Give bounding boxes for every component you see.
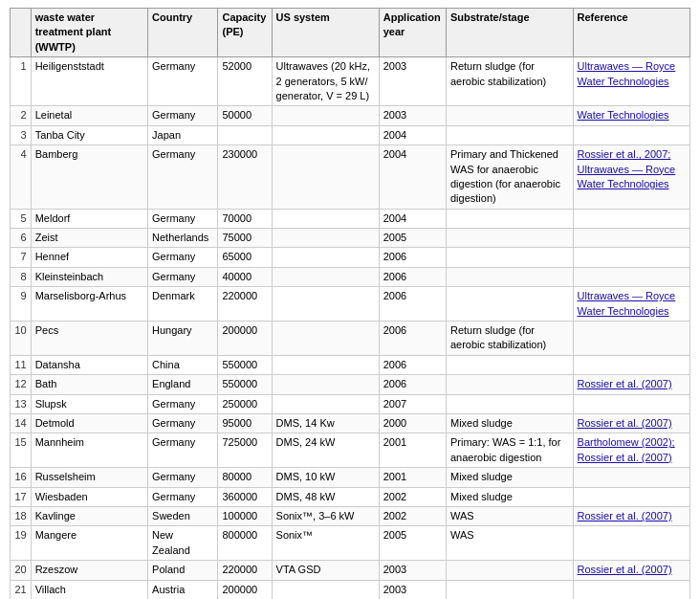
- capacity: 220000: [218, 287, 272, 322]
- app-year: 2000: [379, 413, 446, 433]
- wwtp-name: Kleinsteinbach: [31, 267, 147, 286]
- wwtp-name: Kavlinge: [31, 506, 147, 525]
- table-row: 11DatanshaChina5500002006: [11, 355, 690, 374]
- row-number: 19: [11, 526, 32, 561]
- capacity: 52000: [218, 57, 272, 106]
- us-system: DMS, 14 Kw: [272, 413, 379, 433]
- row-number: 12: [11, 375, 32, 394]
- app-year: 2002: [379, 487, 446, 506]
- capacity: 50000: [218, 106, 272, 125]
- capacity: 100000: [218, 506, 272, 525]
- us-system: Ultrawaves (20 kHz, 2 generators, 5 kW/ …: [272, 57, 379, 106]
- capacity: 65000: [218, 248, 272, 267]
- reference: Rossier et al. (2007): [573, 561, 689, 580]
- us-system: Sonix™, 3–6 kW: [272, 506, 379, 525]
- substrate: WAS: [446, 506, 573, 525]
- reference: [573, 355, 689, 374]
- substrate: [446, 580, 573, 599]
- table-row: 10PecsHungary2000002006Return sludge (fo…: [11, 322, 690, 356]
- us-system: [272, 287, 379, 322]
- substrate: Return sludge (for aerobic stabilization…: [446, 57, 573, 106]
- app-year: 2006: [379, 248, 446, 267]
- country: Germany: [148, 209, 218, 228]
- table-container: waste water treatment plant (WWTP) Count…: [0, 0, 700, 599]
- col-header-us-system: US system: [272, 9, 379, 57]
- capacity: 80000: [218, 468, 272, 487]
- us-system: [272, 248, 379, 267]
- wwtp-name: Villach: [31, 580, 147, 599]
- reference: [573, 394, 689, 413]
- app-year: 2002: [379, 506, 446, 525]
- row-number: 13: [11, 394, 32, 413]
- reference: [573, 487, 689, 506]
- reference: Rossier et al., 2007; Ultrawaves — Royce…: [573, 145, 689, 210]
- us-system: [272, 322, 379, 356]
- reference: Rossier et al. (2007): [573, 413, 689, 433]
- reference: [573, 580, 689, 599]
- wwtp-name: Leinetal: [31, 106, 147, 125]
- table-row: 4BambergGermany2300002004Primary and Thi…: [11, 145, 690, 210]
- wwtp-name: Bamberg: [31, 145, 147, 210]
- table-row: 5MeldorfGermany700002004: [11, 209, 690, 228]
- capacity: 360000: [218, 487, 272, 506]
- row-number: 6: [11, 229, 32, 248]
- row-number: 18: [11, 506, 32, 525]
- country: England: [148, 375, 218, 394]
- capacity: 725000: [218, 433, 272, 468]
- reference: [573, 322, 689, 356]
- substrate: WAS: [446, 526, 573, 561]
- capacity: 800000: [218, 526, 272, 561]
- table-row: 8KleinsteinbachGermany400002006: [11, 267, 690, 286]
- table-row: 13SlupskGermany2500002007: [11, 394, 690, 413]
- country: Germany: [148, 106, 218, 125]
- row-number: 10: [11, 322, 32, 356]
- capacity: 70000: [218, 209, 272, 228]
- table-row: 7HennefGermany650002006: [11, 248, 690, 267]
- us-system: [272, 355, 379, 374]
- col-header-num: [11, 9, 32, 57]
- substrate: [446, 355, 573, 374]
- substrate: [446, 125, 573, 144]
- reference: [573, 526, 689, 561]
- reference: [573, 468, 689, 487]
- app-year: 2006: [379, 322, 446, 356]
- row-number: 14: [11, 413, 32, 433]
- app-year: 2004: [379, 209, 446, 228]
- us-system: [272, 145, 379, 210]
- reference: [573, 267, 689, 286]
- country: Germany: [148, 145, 218, 210]
- wwtp-table: waste water treatment plant (WWTP) Count…: [10, 8, 690, 599]
- reference: [573, 248, 689, 267]
- row-number: 4: [11, 145, 32, 210]
- col-header-year: Application year: [379, 9, 446, 57]
- row-number: 7: [11, 248, 32, 267]
- wwtp-name: Hennef: [31, 248, 147, 267]
- country: New Zealand: [148, 526, 218, 561]
- table-row: 16RusselsheimGermany80000DMS, 10 kW2001M…: [11, 468, 690, 487]
- reference: Bartholomew (2002); Rossier et al. (2007…: [573, 433, 689, 468]
- table-row: 6ZeistNetherlands750002005: [11, 229, 690, 248]
- table-row: 14DetmoldGermany95000DMS, 14 Kw2000Mixed…: [11, 413, 690, 433]
- table-row: 19MangereNew Zealand800000Sonix™2005WAS: [11, 526, 690, 561]
- wwtp-name: Bath: [31, 375, 147, 394]
- capacity: 200000: [218, 322, 272, 356]
- country: Germany: [148, 468, 218, 487]
- row-number: 1: [11, 57, 32, 106]
- us-system: [272, 580, 379, 599]
- table-row: 12BathEngland5500002006Rossier et al. (2…: [11, 375, 690, 394]
- us-system: [272, 267, 379, 286]
- us-system: Sonix™: [272, 526, 379, 561]
- row-number: 3: [11, 125, 32, 144]
- wwtp-name: Datansha: [31, 355, 147, 374]
- country: Hungary: [148, 322, 218, 356]
- row-number: 11: [11, 355, 32, 374]
- wwtp-name: Slupsk: [31, 394, 147, 413]
- app-year: 2006: [379, 287, 446, 322]
- row-number: 5: [11, 209, 32, 228]
- country: Germany: [148, 394, 218, 413]
- substrate: Mixed sludge: [446, 468, 573, 487]
- wwtp-name: Meldorf: [31, 209, 147, 228]
- table-row: 20RzeszowPoland220000VTA GSD2003Rossier …: [11, 561, 690, 580]
- us-system: [272, 375, 379, 394]
- country: Japan: [148, 125, 218, 144]
